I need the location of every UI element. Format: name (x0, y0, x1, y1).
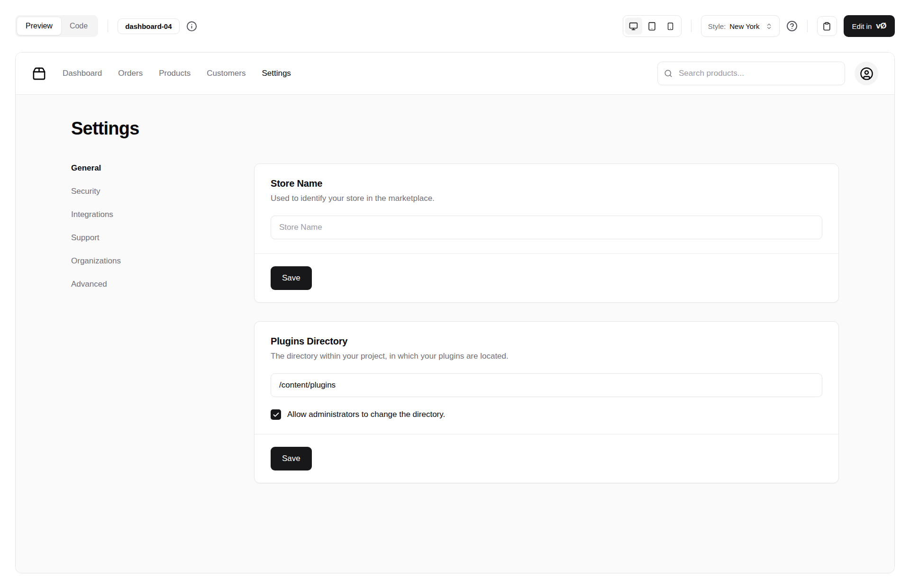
allow-admins-checkbox[interactable] (271, 409, 281, 420)
help-button[interactable] (786, 20, 798, 32)
tablet-icon (647, 22, 656, 31)
allow-admins-checkbox-label[interactable]: Allow administrators to change the direc… (287, 410, 445, 419)
search-input[interactable] (657, 62, 845, 85)
desktop-view-button[interactable] (625, 18, 642, 35)
copy-code-button[interactable] (817, 16, 837, 36)
package-icon[interactable] (32, 66, 46, 81)
clipboard-icon (822, 22, 831, 31)
save-button[interactable]: Save (271, 266, 312, 290)
store-name-card: Store Name Used to identify your store i… (254, 163, 839, 303)
smartphone-icon (666, 22, 674, 30)
card-title: Plugins Directory (271, 336, 822, 347)
mobile-view-button[interactable] (662, 18, 679, 35)
info-button[interactable] (186, 21, 197, 32)
card-title: Store Name (271, 178, 822, 189)
plugins-directory-card: Plugins Directory The directory within y… (254, 321, 839, 483)
style-select-value: New York (729, 22, 759, 30)
nav-link-customers[interactable]: Customers (207, 69, 246, 78)
edit-in-v0-label: Edit in (852, 22, 872, 30)
nav-link-orders[interactable]: Orders (118, 69, 143, 78)
sidebar-item-integrations[interactable]: Integrations (71, 210, 238, 219)
save-button[interactable]: Save (271, 447, 312, 470)
style-select[interactable]: Style: New York (701, 15, 780, 37)
info-icon (186, 21, 197, 32)
block-preview-frame: Dashboard Orders Products Customers Sett… (15, 52, 895, 573)
settings-side-nav: General Security Integrations Support Or… (71, 163, 238, 289)
user-menu-button[interactable] (855, 62, 878, 85)
sidebar-item-security[interactable]: Security (71, 187, 238, 196)
view-mode-tabs: Preview Code (15, 15, 98, 37)
sidebar-item-advanced[interactable]: Advanced (71, 280, 238, 289)
toolbar-separator (108, 20, 108, 32)
card-description: The directory within your project, in wh… (271, 352, 822, 361)
app-navbar: Dashboard Orders Products Customers Sett… (16, 53, 894, 95)
toolbar-separator (691, 20, 692, 32)
v0-logo-icon: vØ (876, 21, 886, 31)
tab-code[interactable]: Code (61, 17, 96, 35)
monitor-icon (629, 22, 638, 31)
page-title: Settings (71, 118, 839, 139)
nav-link-products[interactable]: Products (159, 69, 191, 78)
chevrons-up-down-icon (764, 23, 773, 30)
sidebar-item-organizations[interactable]: Organizations (71, 256, 238, 266)
top-toolbar: Preview Code dashboard-04 (0, 0, 910, 52)
block-name-badge: dashboard-04 (118, 18, 179, 34)
card-description: Used to identify your store in the marke… (271, 194, 822, 203)
check-icon (273, 411, 280, 418)
device-toggle-group (623, 15, 682, 37)
circle-user-icon (860, 67, 874, 81)
toolbar-separator (807, 20, 808, 32)
sidebar-item-support[interactable]: Support (71, 233, 238, 243)
sidebar-item-general[interactable]: General (71, 163, 238, 173)
tablet-view-button[interactable] (644, 18, 661, 35)
tab-preview[interactable]: Preview (17, 17, 61, 35)
store-name-input[interactable] (271, 216, 822, 239)
settings-page: Settings General Security Integrations S… (16, 95, 894, 573)
plugins-directory-input[interactable] (271, 373, 822, 397)
circle-help-icon (786, 20, 798, 32)
edit-in-v0-button[interactable]: Edit in vØ (844, 15, 895, 37)
nav-link-dashboard[interactable]: Dashboard (63, 69, 102, 78)
style-select-label: Style: (708, 22, 726, 30)
search-field (657, 62, 845, 85)
nav-link-settings[interactable]: Settings (262, 69, 291, 78)
